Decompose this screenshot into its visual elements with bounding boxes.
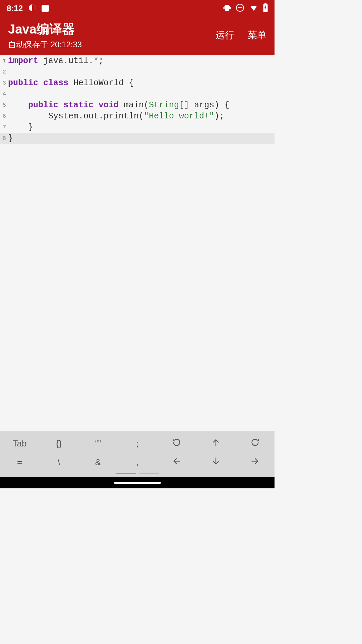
scroll-indicator-segment <box>139 473 159 474</box>
equals-key[interactable]: = <box>0 457 39 468</box>
vibrate-icon <box>223 4 231 13</box>
toolbar-scroll-indicator <box>0 472 275 476</box>
line-number: 3 <box>0 77 8 89</box>
run-button[interactable]: 运行 <box>216 29 234 42</box>
toolbar-row: =\&, <box>0 453 275 472</box>
code-line[interactable]: 8} <box>0 133 275 144</box>
code-editor[interactable]: 1import java.util.*;23public class Hello… <box>0 55 275 431</box>
left-icon <box>172 457 181 468</box>
code-line[interactable]: 5 public static void main(String[] args)… <box>0 100 275 111</box>
right-icon <box>250 457 260 468</box>
menu-button[interactable]: 菜单 <box>248 29 266 42</box>
svg-rect-4 <box>264 3 267 4</box>
line-content[interactable]: public class HelloWorld { <box>8 77 275 89</box>
app-indicator-icon <box>28 4 36 13</box>
save-status: 自动保存于 20:12:33 <box>8 39 82 50</box>
line-number: 6 <box>0 111 8 122</box>
line-number: 5 <box>0 100 8 111</box>
line-number: 1 <box>0 55 8 66</box>
backslash-key[interactable]: \ <box>39 457 78 468</box>
up-icon <box>211 438 221 449</box>
line-content[interactable]: } <box>8 122 275 133</box>
code-line[interactable]: 3public class HelloWorld { <box>0 77 275 89</box>
line-content[interactable]: public static void main(String[] args) { <box>8 100 275 111</box>
semicolon-key[interactable]: ; <box>118 438 157 449</box>
redo-button[interactable] <box>235 438 275 449</box>
status-time: 8:12 <box>7 4 23 13</box>
line-number: 2 <box>0 66 8 77</box>
line-content[interactable]: System.out.println("Hello world!"); <box>8 111 275 122</box>
line-content[interactable]: import java.util.*; <box>8 55 275 66</box>
code-line[interactable]: 2 <box>0 66 275 77</box>
toolbar-row: Tab{}“”; <box>0 434 275 453</box>
arrow-left-button[interactable] <box>157 457 196 468</box>
line-content[interactable]: } <box>8 133 275 144</box>
undo-icon <box>172 438 181 449</box>
line-number: 4 <box>0 89 8 100</box>
app-indicator-icon <box>42 5 49 12</box>
status-bar: 8:12 <box>0 0 275 17</box>
code-line[interactable]: 4 <box>0 89 275 100</box>
line-number: 7 <box>0 122 8 133</box>
line-number: 8 <box>0 133 8 144</box>
scroll-indicator-segment <box>116 473 136 474</box>
app-title: Java编译器 <box>8 21 82 38</box>
ampersand-key[interactable]: & <box>78 457 118 468</box>
code-line[interactable]: 6 System.out.println("Hello world!"); <box>0 111 275 122</box>
tab-key[interactable]: Tab <box>0 438 39 449</box>
dnd-icon <box>236 3 244 13</box>
code-line[interactable]: 1import java.util.*; <box>0 55 275 66</box>
navigation-bar <box>0 477 275 488</box>
arrow-right-button[interactable] <box>235 457 275 468</box>
symbol-toolbar: Tab{}“”; =\&, <box>0 431 275 477</box>
down-icon <box>211 457 221 468</box>
code-line[interactable]: 7 } <box>0 122 275 133</box>
app-header: Java编译器 自动保存于 20:12:33 运行 菜单 <box>0 17 275 55</box>
arrow-up-button[interactable] <box>196 438 235 449</box>
battery-charging-icon <box>263 3 268 13</box>
undo-button[interactable] <box>157 438 196 449</box>
wifi-icon <box>249 4 258 13</box>
quotes-key[interactable]: “” <box>78 438 118 449</box>
redo-icon <box>250 438 260 449</box>
braces-key[interactable]: {} <box>39 438 78 449</box>
nav-handle[interactable] <box>114 482 161 484</box>
comma-key[interactable]: , <box>118 457 157 468</box>
arrow-down-button[interactable] <box>196 457 235 468</box>
